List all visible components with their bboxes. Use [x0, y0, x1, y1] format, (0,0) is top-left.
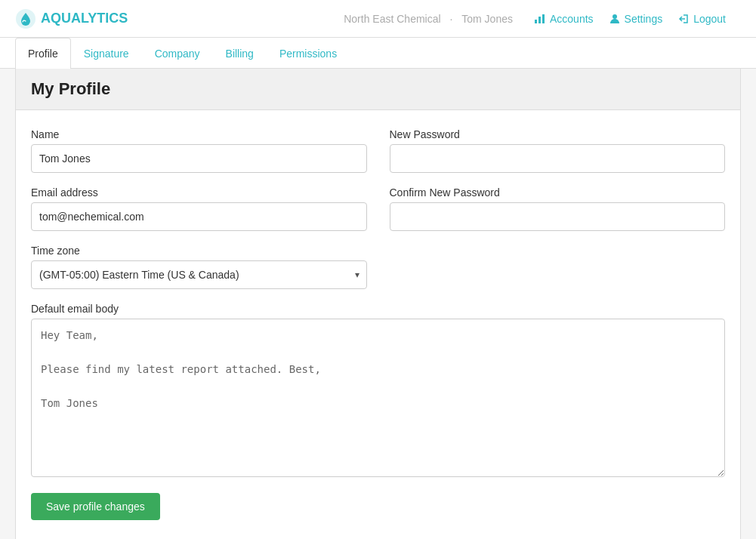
logout-link[interactable]: Logout [677, 13, 726, 25]
tab-signature[interactable]: Signature [71, 38, 142, 69]
timezone-select-wrapper: (GMT-12:00) International Date Line West… [31, 260, 367, 289]
timezone-label: Time zone [31, 245, 367, 257]
form-row-3: Time zone (GMT-12:00) International Date… [31, 245, 725, 289]
new-password-input[interactable] [390, 144, 726, 173]
page-title: My Profile [31, 79, 725, 99]
settings-label: Settings [625, 13, 663, 25]
name-input[interactable] [31, 144, 367, 173]
nav-company: North East Chemical [344, 13, 440, 25]
timezone-select[interactable]: (GMT-12:00) International Date Line West… [31, 260, 367, 289]
main-content: My Profile Name New Password Email addre… [0, 69, 756, 539]
new-password-label: New Password [390, 128, 726, 140]
timezone-group: Time zone (GMT-12:00) International Date… [31, 245, 367, 289]
logo-link[interactable]: AQUALYTICS [15, 8, 128, 29]
svg-rect-2 [538, 17, 541, 23]
name-label: Name [31, 128, 367, 140]
tab-profile[interactable]: Profile [15, 38, 71, 69]
svg-rect-3 [542, 14, 545, 23]
tabs-bar: Profile Signature Company Billing Permis… [0, 38, 756, 69]
email-body-label: Default email body [31, 303, 725, 315]
accounts-link[interactable]: Accounts [534, 13, 594, 25]
accounts-icon [534, 13, 546, 25]
tab-company[interactable]: Company [142, 38, 213, 69]
email-input[interactable] [31, 202, 367, 231]
new-password-group: New Password [390, 128, 726, 173]
form-row-1: Name New Password [31, 128, 725, 173]
confirm-password-group: Confirm New Password [390, 186, 726, 231]
email-body-group: Default email body Hey Team, Please find… [31, 303, 725, 479]
accounts-label: Accounts [550, 13, 594, 25]
name-group: Name [31, 128, 367, 173]
nav-context: North East Chemical · Tom Jones [341, 13, 516, 25]
tab-permissions[interactable]: Permissions [267, 38, 350, 69]
nav-separator: · [450, 13, 453, 25]
email-group: Email address [31, 186, 367, 231]
logo-text: AQUALYTICS [41, 11, 128, 26]
email-label: Email address [31, 186, 367, 199]
settings-link[interactable]: Settings [609, 13, 663, 25]
logo-icon [15, 8, 36, 29]
logout-icon [677, 13, 690, 25]
nav-username: Tom Jones [461, 13, 513, 25]
form-panel: Name New Password Email address Confirm … [15, 110, 741, 539]
settings-icon [609, 13, 621, 25]
confirm-password-label: Confirm New Password [390, 186, 726, 199]
top-navigation: AQUALYTICS North East Chemical · Tom Jon… [0, 0, 756, 38]
timezone-spacer [390, 245, 726, 289]
email-body-textarea[interactable]: Hey Team, Please find my latest report a… [31, 319, 725, 477]
tab-billing[interactable]: Billing [213, 38, 267, 69]
svg-point-4 [613, 14, 617, 19]
svg-rect-1 [535, 20, 537, 23]
form-row-2: Email address Confirm New Password [31, 186, 725, 231]
confirm-password-input[interactable] [390, 202, 726, 231]
save-profile-button[interactable]: Save profile changes [31, 493, 160, 520]
section-title-bar: My Profile [15, 69, 741, 110]
logout-label: Logout [693, 13, 726, 25]
